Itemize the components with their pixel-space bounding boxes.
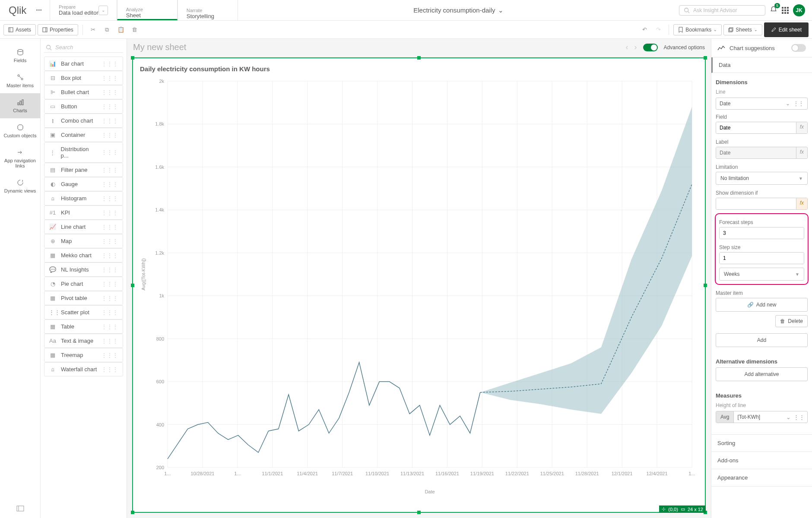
- drag-handle-icon[interactable]: ⋮⋮⋮: [102, 224, 118, 230]
- drag-handle-icon[interactable]: ⋮⋮⋮: [102, 310, 118, 316]
- add-new-button[interactable]: 🔗Add new: [716, 298, 808, 312]
- leftnav-appnav[interactable]: App navigation links: [0, 143, 40, 174]
- drag-handle-icon[interactable]: ⋮⋮⋮: [102, 132, 118, 138]
- limitation-select[interactable]: No limitation▼: [716, 172, 808, 185]
- notifications-icon[interactable]: 5: [770, 6, 777, 15]
- fx-button[interactable]: fx: [796, 147, 807, 158]
- section-sorting[interactable]: Sorting: [711, 435, 812, 452]
- drag-handle-icon[interactable]: ⋮⋮⋮: [102, 181, 118, 187]
- chart-type-item[interactable]: ▦Mekko chart⋮⋮⋮: [44, 248, 123, 262]
- nav-tab-narrate[interactable]: NarrateStorytelling: [178, 0, 238, 20]
- chart-type-item[interactable]: ▭Button⋮⋮⋮: [44, 99, 123, 114]
- drag-handle-icon[interactable]: ⋮⋮⋮: [102, 167, 118, 173]
- copy-icon[interactable]: ⧉: [101, 24, 113, 36]
- label-input[interactable]: [716, 147, 796, 158]
- drag-handle-icon[interactable]: ⋮⋮⋮: [102, 89, 118, 95]
- chart-type-item[interactable]: ◔Pie chart⋮⋮⋮: [44, 277, 123, 291]
- chart-type-item[interactable]: ⩍Histogram⋮⋮⋮: [44, 191, 123, 205]
- drag-handle-icon[interactable]: ⋮⋮⋮: [102, 104, 118, 110]
- drag-handle-icon[interactable]: ⋮⋮⋮: [102, 295, 118, 301]
- drag-handle-icon[interactable]: ⋮⋮⋮: [102, 149, 118, 155]
- asset-panel-collapse-icon[interactable]: [11, 500, 29, 518]
- chevron-down-icon[interactable]: ⌄: [98, 6, 108, 15]
- dimension-pill[interactable]: Date⌄⋮⋮: [716, 98, 808, 110]
- drag-handle-icon[interactable]: ⋮⋮⋮: [102, 238, 118, 244]
- step-size-input[interactable]: [720, 253, 804, 264]
- sheet-title[interactable]: My new sheet: [133, 42, 186, 52]
- drag-handle-icon[interactable]: ⋮⋮⋮: [102, 281, 118, 287]
- add-alternative-button[interactable]: Add alternative: [716, 367, 808, 381]
- chart-object[interactable]: Daily electricity consumption in KW hour…: [132, 57, 706, 513]
- leftnav-fields[interactable]: Fields: [0, 43, 40, 68]
- drag-handle-icon[interactable]: ⋮⋮⋮: [102, 210, 118, 216]
- chart-type-item[interactable]: ⊟Box plot⋮⋮⋮: [44, 71, 123, 85]
- step-unit-select[interactable]: Weeks▼: [719, 268, 804, 281]
- chart-type-item[interactable]: ⩍Waterfall chart⋮⋮⋮: [44, 362, 123, 376]
- leftnav-custom[interactable]: Custom objects: [0, 118, 40, 143]
- avatar[interactable]: JK: [793, 4, 805, 16]
- undo-icon[interactable]: ↶: [638, 24, 650, 35]
- properties-button[interactable]: Properties: [38, 24, 78, 35]
- delete-icon[interactable]: 🗑: [129, 24, 141, 35]
- leftnav-charts[interactable]: Charts: [0, 93, 40, 118]
- forecast-steps-input[interactable]: [720, 227, 804, 239]
- chart-suggestions[interactable]: Chart suggestions: [711, 39, 812, 57]
- drag-handle-icon[interactable]: ⋮⋮⋮: [102, 338, 118, 344]
- drag-handle-icon[interactable]: ⋮⋮⋮: [102, 267, 118, 273]
- chart-type-item[interactable]: ▤Filter pane⋮⋮⋮: [44, 163, 123, 177]
- chart-type-item[interactable]: ▣Container⋮⋮⋮: [44, 128, 123, 142]
- chart-search[interactable]: Search: [44, 42, 123, 53]
- suggestions-toggle[interactable]: [791, 44, 806, 52]
- drag-handle-icon[interactable]: ⋮⋮⋮: [102, 253, 118, 259]
- app-title[interactable]: Electricity consumption-daily⌄: [238, 6, 679, 14]
- advanced-toggle[interactable]: [643, 44, 658, 51]
- chart-type-item[interactable]: ▦Pivot table⋮⋮⋮: [44, 291, 123, 305]
- assets-button[interactable]: Assets: [3, 24, 36, 35]
- leftnav-master[interactable]: Master items: [0, 68, 40, 93]
- section-addons[interactable]: Add-ons: [711, 452, 812, 469]
- cut-icon[interactable]: ✂: [87, 24, 99, 35]
- chart-type-item[interactable]: AaText & image⋮⋮⋮: [44, 334, 123, 348]
- measure-pill[interactable]: Avg [Tot-KWh] ⌄⋮⋮: [716, 411, 808, 423]
- drag-handle-icon[interactable]: ⋮⋮⋮: [102, 366, 118, 373]
- drag-handle-icon[interactable]: ⋮⋮⋮: [102, 196, 118, 202]
- add-button[interactable]: Add: [716, 333, 808, 347]
- paste-icon[interactable]: 📋: [115, 24, 127, 35]
- chart-type-item[interactable]: ⋮Distribution p...⋮⋮⋮: [44, 142, 123, 163]
- chart-type-item[interactable]: ▦Table⋮⋮⋮: [44, 319, 123, 334]
- drag-handle-icon[interactable]: ⋮⋮⋮: [102, 352, 118, 358]
- drag-handle-icon[interactable]: ⋮⋮⋮: [102, 75, 118, 81]
- drag-handle-icon[interactable]: ⋮⋮: [793, 101, 804, 107]
- condition-input[interactable]: [716, 198, 796, 209]
- fx-button[interactable]: fx: [796, 122, 807, 133]
- section-appearance[interactable]: Appearance: [711, 469, 812, 486]
- insight-search[interactable]: Ask Insight Advisor: [679, 5, 765, 16]
- delete-button[interactable]: 🗑Delete: [775, 315, 808, 327]
- drag-handle-icon[interactable]: ⋮⋮⋮: [102, 118, 118, 124]
- edit-sheet-button[interactable]: Edit sheet: [764, 22, 809, 37]
- chart-type-item[interactable]: 📈Line chart⋮⋮⋮: [44, 220, 123, 234]
- chart-type-item[interactable]: 💬NL Insights⋮⋮⋮: [44, 262, 123, 277]
- chart-type-item[interactable]: ◐Gauge⋮⋮⋮: [44, 177, 123, 191]
- fx-button[interactable]: fx: [796, 198, 807, 209]
- sheets-button[interactable]: Sheets⌄: [723, 24, 762, 35]
- bookmarks-button[interactable]: Bookmarks⌄: [673, 24, 722, 35]
- field-input[interactable]: [716, 122, 796, 133]
- chart-type-item[interactable]: ⊫Bullet chart⋮⋮⋮: [44, 85, 123, 99]
- chart-type-item[interactable]: ⋮⋮Scatter plot⋮⋮⋮: [44, 305, 123, 319]
- apps-grid-icon[interactable]: [782, 7, 789, 14]
- more-icon[interactable]: •••: [32, 7, 46, 13]
- drag-handle-icon[interactable]: ⋮⋮⋮: [102, 324, 118, 330]
- drag-handle-icon[interactable]: ⋮⋮⋮: [102, 61, 118, 67]
- leftnav-dynamic[interactable]: Dynamic views: [0, 174, 40, 199]
- section-data[interactable]: Data: [711, 57, 812, 73]
- chart-type-item[interactable]: ⫿Combo chart⋮⋮⋮: [44, 114, 123, 128]
- redo-icon[interactable]: ↷: [652, 24, 664, 35]
- next-sheet-icon[interactable]: ›: [634, 43, 637, 52]
- prev-sheet-icon[interactable]: ‹: [626, 43, 628, 52]
- chart-type-item[interactable]: 📊Bar chart⋮⋮⋮: [44, 57, 123, 71]
- chart-type-item[interactable]: #1KPI⋮⋮⋮: [44, 205, 123, 220]
- chart-type-item[interactable]: ▦Treemap⋮⋮⋮: [44, 348, 123, 362]
- nav-tab-prepare[interactable]: PrepareData load editor ⌄: [50, 0, 117, 20]
- drag-handle-icon[interactable]: ⋮⋮: [793, 414, 805, 420]
